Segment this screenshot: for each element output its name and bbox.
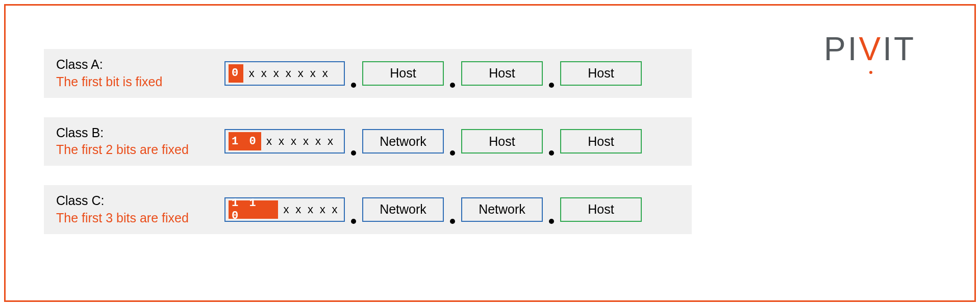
free-bit: x bbox=[312, 135, 324, 148]
octet-box-host: Host bbox=[461, 129, 543, 154]
dot-separator bbox=[549, 219, 554, 224]
fixed-bits: 1 1 0 bbox=[229, 200, 278, 219]
class-label: Class A: The first bit is fixed bbox=[56, 56, 222, 91]
free-bit: x bbox=[282, 67, 294, 80]
free-bit: x bbox=[292, 203, 305, 216]
free-bit: x bbox=[316, 203, 329, 216]
class-subtitle: The first 3 bits are fixed bbox=[56, 210, 222, 227]
octet-box-host: Host bbox=[362, 61, 444, 86]
octet-box-host: Host bbox=[560, 197, 642, 222]
free-bit: x bbox=[329, 203, 341, 216]
class-subtitle: The first bit is fixed bbox=[56, 73, 222, 91]
dot-separator bbox=[351, 83, 356, 88]
fixed-bits: 0 bbox=[229, 64, 243, 83]
class-subtitle: The first 2 bits are fixed bbox=[56, 141, 222, 159]
free-bit: x bbox=[288, 135, 300, 148]
octet-box-host: Host bbox=[560, 129, 642, 154]
free-bit: x bbox=[270, 67, 282, 80]
free-bit: x bbox=[280, 203, 292, 216]
dot-separator bbox=[549, 150, 554, 156]
free-bit: x bbox=[258, 67, 270, 80]
first-octet: 1 0 x x x x x x bbox=[224, 129, 345, 154]
class-rows: Class A: The first bit is fixed 0 x x x … bbox=[44, 49, 692, 234]
class-title: Class C: bbox=[56, 192, 222, 210]
free-bit: x bbox=[263, 135, 275, 148]
dot-separator bbox=[549, 83, 554, 88]
free-bit: x bbox=[300, 135, 312, 148]
octet-box-network: Network bbox=[362, 197, 444, 222]
first-octet: 1 1 0 x x x x x bbox=[224, 197, 345, 222]
octet-area: 1 0 x x x x x x Network Host Host bbox=[222, 129, 644, 154]
logo-part-1: PI bbox=[824, 31, 859, 67]
logo-part-2: IT bbox=[883, 31, 916, 67]
logo-v-accent: V bbox=[859, 30, 883, 68]
dot-separator bbox=[450, 83, 455, 88]
free-bit: x bbox=[305, 203, 317, 216]
dot-separator bbox=[450, 150, 455, 156]
class-row-b: Class B: The first 2 bits are fixed 1 0 … bbox=[44, 117, 692, 166]
class-row-c: Class C: The first 3 bits are fixed 1 1 … bbox=[44, 185, 692, 234]
octet-box-network: Network bbox=[461, 197, 543, 222]
class-title: Class B: bbox=[56, 124, 222, 142]
class-row-a: Class A: The first bit is fixed 0 x x x … bbox=[44, 49, 692, 98]
free-bit: x bbox=[275, 135, 288, 148]
octet-box-host: Host bbox=[560, 61, 642, 86]
free-bit: x bbox=[294, 67, 307, 80]
free-bit: x bbox=[319, 67, 331, 80]
class-label: Class B: The first 2 bits are fixed bbox=[56, 124, 222, 159]
class-label: Class C: The first 3 bits are fixed bbox=[56, 192, 222, 227]
dot-separator bbox=[450, 219, 455, 224]
dot-separator bbox=[351, 150, 356, 156]
free-bit: x bbox=[324, 135, 337, 148]
octet-box-host: Host bbox=[461, 61, 543, 86]
fixed-bits: 1 0 bbox=[229, 132, 261, 150]
octet-area: 0 x x x x x x x Host Host Host bbox=[222, 61, 644, 86]
class-title: Class A: bbox=[56, 56, 222, 73]
first-octet: 0 x x x x x x x bbox=[224, 61, 345, 86]
pivit-logo: PIVIT bbox=[824, 30, 916, 68]
free-bit: x bbox=[307, 67, 319, 80]
octet-area: 1 1 0 x x x x x Network Network Host bbox=[222, 197, 644, 222]
octet-box-network: Network bbox=[362, 129, 444, 154]
diagram-frame: PIVIT Class A: The first bit is fixed 0 … bbox=[4, 4, 976, 302]
dot-separator bbox=[351, 219, 356, 224]
free-bit: x bbox=[245, 67, 258, 80]
